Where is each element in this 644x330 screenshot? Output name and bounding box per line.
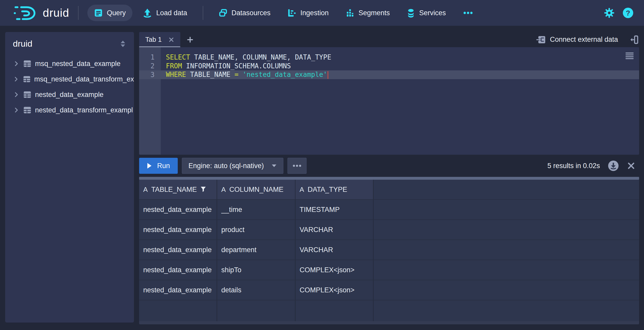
editor-menu-icon[interactable] <box>625 52 634 60</box>
table-cell-empty <box>295 300 374 321</box>
help-icon[interactable]: ? <box>622 7 634 19</box>
tree-item-nested-data-example[interactable]: nested_data_example <box>5 87 134 102</box>
nav-item-load-data[interactable]: Load data <box>136 4 194 21</box>
new-tab-button[interactable] <box>183 32 197 47</box>
table-cell[interactable]: COMPLEX<json> <box>295 260 374 280</box>
run-bar: Run Engine: auto (sql-native) 5 results … <box>139 155 639 177</box>
schema-title: druid <box>13 39 32 49</box>
sql-editor[interactable]: 1 SELECT TABLE_NAME, COLUMN_NAME, DATA_T… <box>139 47 639 155</box>
play-icon <box>147 163 152 169</box>
services-icon <box>407 8 415 18</box>
nav-items: Query Load data Datasources <box>87 4 480 21</box>
table-cell[interactable]: nested_data_example <box>139 280 217 300</box>
nav-item-ingestion[interactable]: Ingestion <box>281 5 335 21</box>
spacer <box>197 32 533 47</box>
line-number: 3 <box>139 71 161 79</box>
table-cell[interactable]: shipTo <box>217 260 295 280</box>
table-cell[interactable]: TIMESTAMP <box>295 200 374 219</box>
datasources-icon <box>219 9 227 17</box>
table-cell[interactable]: nested_data_example <box>139 220 217 240</box>
line-number: 1 <box>139 53 161 61</box>
druid-logo[interactable]: druid <box>13 4 69 22</box>
table-cell[interactable]: details <box>217 280 295 300</box>
chevron-right-icon <box>13 60 20 67</box>
run-button[interactable]: Run <box>139 158 178 174</box>
table-cell-empty <box>374 200 639 219</box>
open-panel-icon[interactable] <box>629 32 639 47</box>
filter-icon <box>200 186 206 193</box>
workbench: Tab 1 <box>139 32 639 330</box>
column-header-data-type[interactable]: A DATA_TYPE <box>295 180 374 199</box>
table-cell-empty <box>374 240 639 260</box>
table-cell[interactable]: department <box>217 240 295 260</box>
segments-icon <box>346 9 354 17</box>
column-header-label: COLUMN_NAME <box>229 186 283 194</box>
column-header-label: DATA_TYPE <box>308 186 347 194</box>
column-header-label: TABLE_NAME <box>151 186 197 194</box>
nav-item-datasources[interactable]: Datasources <box>212 5 277 21</box>
table-row-empty <box>139 300 639 321</box>
table-cell-empty <box>139 300 217 321</box>
druid-logo-icon <box>13 4 38 22</box>
nav-more-button[interactable] <box>456 7 480 19</box>
connect-external-data-button[interactable]: Connect external data <box>533 32 621 47</box>
more-options-button[interactable] <box>287 158 307 174</box>
text-cursor <box>327 71 328 79</box>
close-icon[interactable] <box>168 37 174 43</box>
ingestion-icon <box>287 9 296 17</box>
nav-item-label: Load data <box>156 9 187 17</box>
table-cell-empty <box>374 300 639 321</box>
more-ellipsis-icon <box>293 164 301 167</box>
column-header-table-name[interactable]: A TABLE_NAME <box>139 180 217 199</box>
table-cell[interactable]: product <box>217 220 295 240</box>
schema-header: druid <box>5 32 134 53</box>
tab-1[interactable]: Tab 1 <box>139 32 180 47</box>
table-cell-empty <box>374 280 639 300</box>
caret-down-icon <box>272 164 277 168</box>
table-cell[interactable]: nested_data_example <box>139 260 217 280</box>
table-cell[interactable]: VARCHAR <box>295 240 374 260</box>
tree-item-msq-nested-data-example[interactable]: msq_nested_data_example <box>5 56 134 71</box>
code-text: SELECT TABLE_NAME, COLUMN_NAME, DATA_TYP… <box>161 53 331 61</box>
horizontal-scrollbar[interactable] <box>139 321 639 324</box>
splitter-handle[interactable] <box>139 177 639 180</box>
nav-item-label: Segments <box>359 9 390 17</box>
druid-console: druid Query Load data <box>0 0 644 330</box>
table-cell-empty <box>374 260 639 280</box>
divider <box>78 6 79 20</box>
table-row: nested_data_example product VARCHAR <box>139 219 639 240</box>
table-cell[interactable]: VARCHAR <box>295 220 374 240</box>
engine-select[interactable]: Engine: auto (sql-native) <box>182 158 284 174</box>
results-status: 5 results in 0.02s <box>547 162 600 170</box>
settings-gear-icon[interactable] <box>604 7 615 18</box>
datasource-tree: msq_nested_data_example msq_nested_data_… <box>5 53 134 118</box>
connect-external-data-icon <box>536 35 546 44</box>
nav-item-segments[interactable]: Segments <box>339 5 397 21</box>
string-type-icon: A <box>221 186 226 194</box>
sort-icon[interactable] <box>120 40 126 48</box>
engine-label: Engine: auto (sql-native) <box>189 162 264 170</box>
query-view: druid msq_nested_data_example <box>0 26 644 330</box>
table-cell[interactable]: __time <box>217 200 295 219</box>
table-row: nested_data_example department VARCHAR <box>139 240 639 260</box>
column-header-column-name[interactable]: A COLUMN_NAME <box>217 180 295 199</box>
string-type-icon: A <box>300 186 304 194</box>
nav-item-services[interactable]: Services <box>400 4 453 21</box>
results-table: A TABLE_NAME A COLUMN_NAME A DATA_TYPE <box>139 180 639 324</box>
tree-item-nested-data-transform-example[interactable]: nested_data_transform_exampl <box>5 102 134 118</box>
chevron-right-icon <box>13 91 20 98</box>
table-cell[interactable]: nested_data_example <box>139 240 217 260</box>
table-cell[interactable]: nested_data_example <box>139 200 217 219</box>
tree-item-label: msq_nested_data_example <box>35 60 121 68</box>
schema-sidebar: druid msq_nested_data_example <box>5 32 134 323</box>
nav-item-query[interactable]: Query <box>87 5 133 21</box>
svg-text:?: ? <box>626 9 630 17</box>
download-icon[interactable] <box>608 160 619 171</box>
connect-external-data-label: Connect external data <box>550 36 618 44</box>
tree-item-msq-nested-data-transform-example[interactable]: msq_nested_data_transform_ex <box>5 71 134 87</box>
query-icon <box>94 9 103 17</box>
tree-item-label: nested_data_transform_exampl <box>35 106 133 114</box>
close-results-icon[interactable] <box>627 162 635 170</box>
results-header-row: A TABLE_NAME A COLUMN_NAME A DATA_TYPE <box>139 180 639 199</box>
table-cell[interactable]: COMPLEX<json> <box>295 280 374 300</box>
